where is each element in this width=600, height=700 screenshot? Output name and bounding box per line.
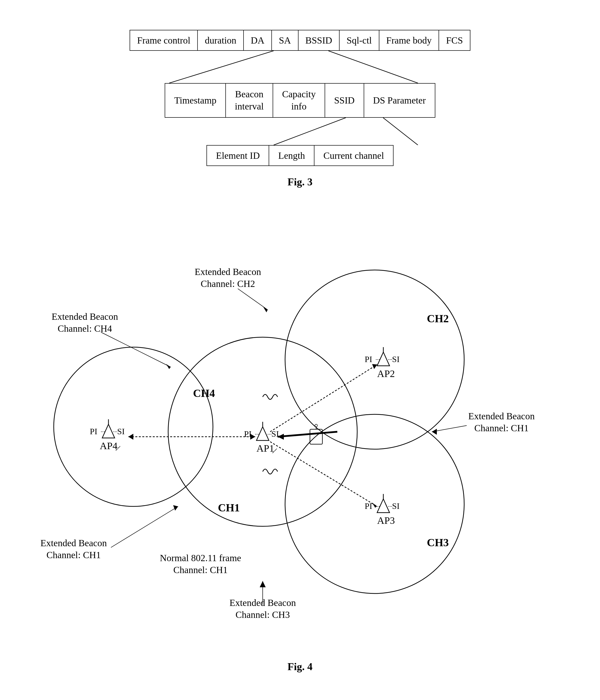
- svg-point-53: [315, 424, 317, 427]
- svg-point-6: [285, 414, 464, 594]
- svg-text:⟋: ⟋: [270, 446, 279, 456]
- svg-text:⟋: ⟋: [113, 443, 122, 453]
- frame-cell-da: DA: [244, 30, 272, 50]
- svg-marker-48: [372, 503, 377, 508]
- frame-cell-fcs: FCS: [439, 30, 470, 50]
- svg-marker-57: [263, 307, 268, 312]
- svg-text:Channel: CH2: Channel: CH2: [201, 278, 255, 289]
- svg-text:Normal 802.11 frame: Normal 802.11 frame: [160, 553, 241, 563]
- svg-text:Channel: CH1: Channel: CH1: [474, 423, 529, 433]
- svg-text:CH1: CH1: [218, 502, 240, 514]
- beacon-cell-capacity-info: Capacityinfo: [273, 83, 325, 117]
- fig4-diagram: CH4 CH2 CH3 CH1 PI SI: [39, 203, 561, 651]
- svg-text:Channel: CH1: Channel: CH1: [174, 565, 228, 575]
- ds-row: Element ID Length Current channel: [206, 145, 394, 166]
- svg-text:PI: PI: [365, 355, 372, 364]
- svg-marker-27: [377, 499, 390, 512]
- fig4-caption: Fig. 4: [30, 661, 570, 673]
- beacon-row: Timestamp Beaconinterval Capacityinfo SS…: [165, 83, 435, 118]
- beacon-row-wrapper: Timestamp Beaconinterval Capacityinfo SS…: [30, 83, 570, 118]
- svg-marker-34: [102, 424, 115, 438]
- svg-text:Extended Beacon: Extended Beacon: [41, 538, 107, 548]
- svg-line-2: [273, 118, 346, 145]
- svg-line-3: [383, 118, 418, 145]
- fig4-section: CH4 CH2 CH3 CH1 PI SI: [30, 203, 570, 673]
- beacon-cell-beacon-interval: Beaconinterval: [226, 83, 273, 117]
- svg-text:SI: SI: [392, 355, 399, 364]
- svg-text:SI: SI: [117, 427, 125, 436]
- svg-text:Extended Beacon: Extended Beacon: [468, 411, 535, 421]
- svg-line-64: [432, 426, 467, 432]
- svg-line-56: [238, 289, 268, 310]
- frame-cell-framecontrol: Frame control: [130, 30, 198, 50]
- ds-cell-length: Length: [269, 146, 314, 166]
- svg-marker-65: [432, 429, 437, 435]
- svg-text:SI: SI: [392, 501, 399, 510]
- svg-marker-75: [173, 505, 178, 510]
- svg-point-7: [54, 347, 213, 506]
- svg-line-74: [111, 506, 178, 547]
- svg-text:Channel: CH1: Channel: CH1: [47, 550, 101, 560]
- svg-text:CH2: CH2: [427, 312, 449, 325]
- svg-line-1: [328, 51, 418, 83]
- svg-line-0: [169, 51, 273, 83]
- ds-cell-elementid: Element ID: [207, 146, 269, 166]
- svg-marker-46: [372, 364, 377, 369]
- ds-row-wrapper: Element ID Length Current channel: [30, 145, 570, 166]
- svg-text:Channel: CH4: Channel: CH4: [58, 323, 112, 334]
- svg-text:Extended Beacon: Extended Beacon: [195, 267, 261, 277]
- svg-text:PI: PI: [365, 501, 372, 510]
- beacon-cell-ds-parameter: DS Parameter: [364, 83, 435, 117]
- beacon-cell-timestamp: Timestamp: [165, 83, 226, 117]
- frame-cell-sa: SA: [272, 30, 298, 50]
- svg-text:CH3: CH3: [427, 536, 449, 549]
- ds-cell-currentchannel: Current channel: [314, 146, 393, 166]
- svg-text:Extended Beacon: Extended Beacon: [52, 311, 118, 322]
- page-container: { "fig3": { "title": "Fig. 3", "frame_ro…: [0, 0, 600, 700]
- svg-marker-73: [260, 581, 266, 587]
- svg-text:Channel: CH3: Channel: CH3: [236, 609, 290, 620]
- svg-marker-44: [128, 434, 133, 440]
- frame-cell-duration: duration: [198, 30, 244, 50]
- fig3-caption: Fig. 3: [30, 176, 570, 188]
- svg-line-47: [270, 442, 377, 506]
- beacon-cell-ssid: SSID: [325, 83, 364, 117]
- frame-cell-bssid: BSSID: [298, 30, 340, 50]
- svg-text:PI: PI: [90, 427, 97, 436]
- svg-text:AP2: AP2: [377, 368, 395, 379]
- svg-marker-43: [250, 434, 255, 440]
- svg-line-60: [101, 332, 171, 367]
- fig3-section: Frame control duration DA SA BSSID Sql-c…: [30, 30, 570, 188]
- svg-text:CH4: CH4: [193, 387, 215, 399]
- frame-cell-sqlctl: Sql-ctl: [340, 30, 379, 50]
- svg-rect-51: [310, 429, 322, 444]
- frame-cell-framebody: Frame body: [380, 30, 439, 50]
- svg-marker-12: [257, 427, 269, 441]
- svg-marker-20: [377, 352, 390, 366]
- svg-point-5: [285, 270, 464, 449]
- svg-text:AP3: AP3: [377, 515, 395, 526]
- frame-row: Frame control duration DA SA BSSID Sql-c…: [130, 30, 470, 51]
